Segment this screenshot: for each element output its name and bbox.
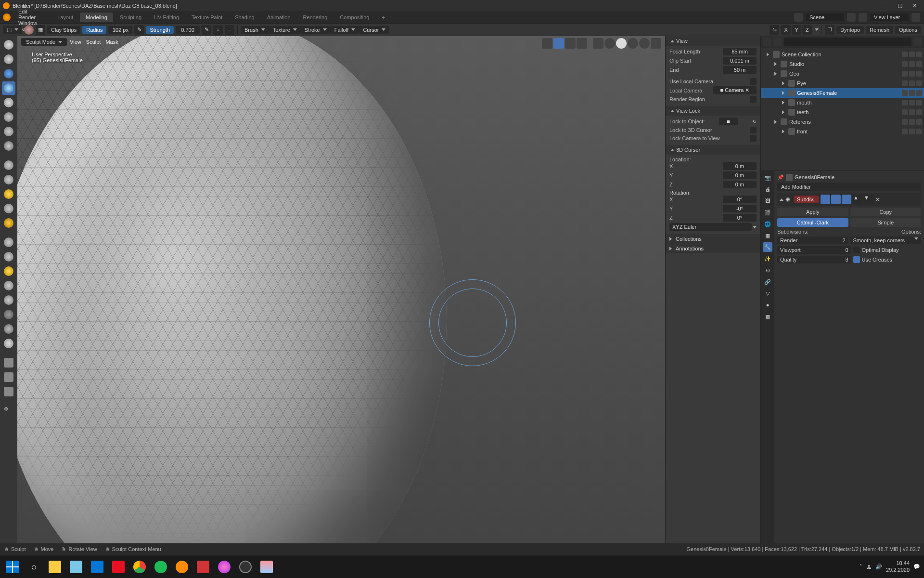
- options-menu[interactable]: Options: [895, 26, 921, 34]
- cursor-header[interactable]: 3D Cursor: [666, 145, 760, 155]
- tool-mask[interactable]: [2, 385, 15, 398]
- tool-draw-sharp[interactable]: [2, 53, 15, 66]
- camera-field[interactable]: ■ Camera ✕: [713, 86, 757, 94]
- tool-layer[interactable]: [2, 96, 15, 109]
- tool-smooth[interactable]: [2, 158, 15, 172]
- viewlayer-browse-icon[interactable]: [859, 13, 867, 22]
- exclude-icon[interactable]: [902, 119, 908, 125]
- prop-tab-object[interactable]: ▦: [763, 231, 772, 240]
- tray-up-icon[interactable]: ˄: [860, 564, 862, 570]
- maximize-button[interactable]: ▢: [893, 0, 907, 11]
- tool-inflate[interactable]: [2, 110, 15, 124]
- vp-menu-sculpt[interactable]: Sculpt: [86, 39, 101, 45]
- prop-tab-output[interactable]: 🖨: [763, 184, 772, 194]
- direction-add-icon[interactable]: +: [213, 25, 223, 35]
- prop-tab-modifiers[interactable]: 🔧: [763, 242, 772, 252]
- shading-wire-icon[interactable]: [604, 38, 615, 49]
- menu-file[interactable]: File: [13, 3, 42, 9]
- exclude-icon[interactable]: [902, 90, 908, 96]
- tool-fill[interactable]: [2, 187, 15, 201]
- hide-icon[interactable]: [909, 109, 915, 115]
- mod-move-up-icon[interactable]: ▲: [853, 195, 863, 204]
- hide-icon[interactable]: [909, 90, 915, 96]
- exclude-icon[interactable]: [902, 52, 908, 57]
- view-section-header[interactable]: View: [666, 36, 760, 46]
- tab-sculpting[interactable]: Sculpting: [114, 13, 147, 22]
- dyntopo-menu[interactable]: Dyntopo: [836, 26, 864, 34]
- hide-icon[interactable]: [909, 52, 915, 57]
- quality-subdiv[interactable]: Quality3: [777, 256, 851, 263]
- mirror-icon[interactable]: ⇋: [770, 25, 779, 35]
- tab-texture-paint[interactable]: Texture Paint: [186, 13, 228, 22]
- spotify-icon[interactable]: [150, 556, 171, 578]
- tab-modeling[interactable]: Modeling: [80, 13, 113, 22]
- exclude-icon[interactable]: [902, 71, 908, 77]
- render-region-check[interactable]: [750, 96, 757, 103]
- tool-thumb[interactable]: [2, 293, 15, 307]
- hide-icon[interactable]: [909, 100, 915, 105]
- tab-+[interactable]: +: [376, 13, 390, 22]
- lock-object-field[interactable]: ■: [719, 118, 738, 125]
- tab-shading[interactable]: Shading: [229, 13, 260, 22]
- dyntopo-toggle[interactable]: ☐: [825, 25, 834, 35]
- prop-tab-constraints[interactable]: 🔗: [763, 277, 772, 287]
- mod-show-render-icon[interactable]: [821, 195, 830, 204]
- tool-crease[interactable]: [2, 139, 15, 153]
- optimal-display-check[interactable]: [853, 247, 860, 253]
- cursor-ry[interactable]: -0°: [723, 205, 757, 212]
- tray-network-icon[interactable]: 🖧: [866, 564, 872, 570]
- hide-icon[interactable]: [909, 61, 915, 67]
- rotation-mode[interactable]: XYZ Euler: [669, 223, 752, 231]
- mode-selector[interactable]: Sculpt Mode: [21, 38, 67, 46]
- outliner-item[interactable]: Eye: [761, 79, 924, 88]
- toolhdr-cursor[interactable]: Cursor: [359, 26, 389, 34]
- brush-name[interactable]: Clay Strips: [47, 26, 80, 34]
- editor-type-dropdown[interactable]: ⬚: [3, 26, 22, 34]
- tool-rotate[interactable]: [2, 337, 15, 350]
- outliner-item[interactable]: Referens: [761, 117, 924, 127]
- lock-camera-check[interactable]: [750, 135, 757, 142]
- tool-simplify[interactable]: [2, 370, 15, 384]
- exclude-icon[interactable]: [902, 100, 908, 105]
- overlay-dd-icon[interactable]: [577, 38, 587, 49]
- cursor-z[interactable]: 0 m: [723, 181, 757, 188]
- add-modifier-dropdown[interactable]: Add Modifier: [777, 183, 921, 191]
- tab-compositing[interactable]: Compositing: [334, 13, 375, 22]
- mod-show-viewport-icon[interactable]: [831, 195, 841, 204]
- exclude-icon[interactable]: [902, 61, 908, 67]
- menu-edit[interactable]: Edit: [13, 9, 42, 14]
- tool-pinch[interactable]: [2, 236, 15, 249]
- mod-move-down-icon[interactable]: ▼: [864, 195, 873, 204]
- tool-blob[interactable]: [2, 125, 15, 138]
- disable-icon[interactable]: [916, 129, 922, 134]
- toolhdr-brush[interactable]: Brush: [241, 26, 269, 34]
- prop-tab-material[interactable]: ●: [763, 300, 772, 310]
- tool-flatten[interactable]: [2, 173, 15, 186]
- toolhdr-falloff[interactable]: Falloff: [331, 26, 359, 34]
- viewport-3d[interactable]: Sculpt Mode ViewSculptMask User Perspect…: [17, 36, 665, 543]
- tool-clay[interactable]: [2, 67, 15, 80]
- exclude-icon[interactable]: [902, 129, 908, 134]
- outliner-type-icon[interactable]: [763, 38, 771, 46]
- prop-tab-render[interactable]: 📷: [763, 173, 772, 183]
- toolhdr-texture[interactable]: Texture: [269, 26, 301, 34]
- viewport-subdiv[interactable]: Viewport0: [777, 246, 851, 254]
- scene-field[interactable]: Scene: [806, 13, 844, 21]
- disable-icon[interactable]: [916, 80, 922, 86]
- prop-tab-texture[interactable]: ▩: [763, 312, 772, 321]
- vp-menu-view[interactable]: View: [70, 39, 81, 45]
- outliner-item[interactable]: Studio: [761, 59, 924, 69]
- mirror-y[interactable]: Y: [792, 25, 801, 35]
- viewlock-header[interactable]: View Lock: [666, 106, 760, 116]
- tab-uv-editing[interactable]: UV Editing: [148, 13, 185, 22]
- mirror-x[interactable]: X: [781, 25, 791, 35]
- exclude-icon[interactable]: [902, 80, 908, 86]
- lock-cursor-check[interactable]: [750, 127, 757, 133]
- tray-volume-icon[interactable]: 🔊: [875, 564, 882, 570]
- clock[interactable]: 10.44 29.2.2020: [886, 560, 910, 573]
- blender-icon[interactable]: [3, 13, 11, 21]
- disable-icon[interactable]: [916, 100, 922, 105]
- mirror-z[interactable]: Z: [802, 25, 812, 35]
- obs-icon[interactable]: [235, 556, 256, 578]
- viewlayer-field[interactable]: View Layer: [870, 13, 909, 21]
